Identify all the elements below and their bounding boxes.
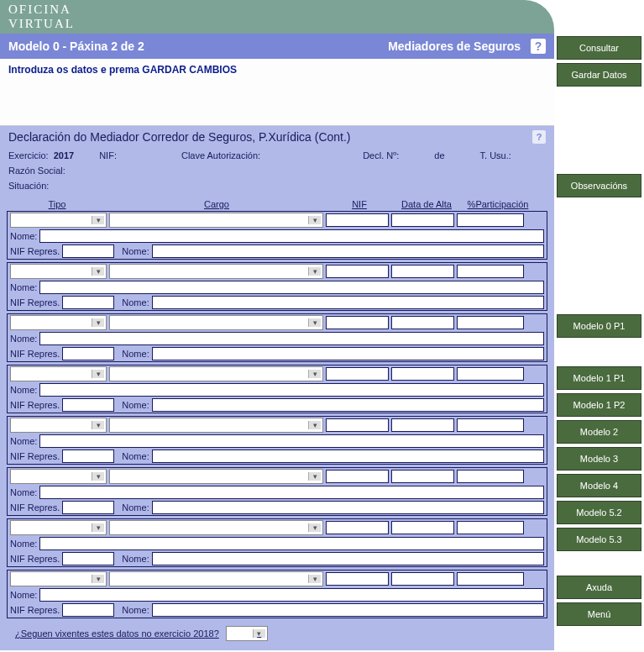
modelo-0-p1-button[interactable]: Modelo 0 P1 (557, 314, 641, 338)
data-alta-input[interactable] (391, 265, 454, 278)
data-alta-input[interactable] (391, 316, 454, 329)
participacion-input[interactable] (457, 265, 524, 278)
tipo-select[interactable] (10, 469, 107, 484)
nif-repres-label: NIF Repres. (10, 554, 60, 564)
nome-input[interactable] (39, 281, 544, 294)
entry-block: Nome:NIF Repres.Nome: (7, 570, 547, 618)
nif-input[interactable] (326, 470, 389, 483)
nif-input[interactable] (326, 418, 389, 432)
participacion-input[interactable] (457, 470, 524, 483)
data-alta-input[interactable] (391, 521, 454, 534)
participacion-input[interactable] (457, 521, 524, 534)
data-alta-input[interactable] (391, 572, 454, 586)
tipo-select[interactable] (10, 264, 107, 279)
tipo-select[interactable] (10, 571, 107, 586)
cargo-select[interactable] (109, 264, 323, 279)
cargo-select[interactable] (109, 469, 323, 484)
cargo-select[interactable] (109, 213, 323, 228)
nome-repres-input[interactable] (152, 501, 544, 514)
cargo-select[interactable] (109, 520, 323, 535)
modelo-5-2-button[interactable]: Modelo 5.2 (557, 501, 641, 524)
nif-repres-input[interactable] (62, 552, 114, 565)
nif-repres-input[interactable] (62, 244, 114, 258)
axuda-button[interactable]: Axuda (557, 576, 641, 599)
cargo-select[interactable] (109, 571, 323, 586)
nome-repres-label: Nome: (122, 502, 149, 513)
tipo-select[interactable] (10, 213, 107, 228)
nif-input[interactable] (326, 265, 389, 278)
meta-row-2: Razón Social: (0, 163, 554, 178)
nome-repres-label: Nome: (122, 297, 149, 308)
help-icon[interactable]: ? (532, 130, 546, 144)
nif-input[interactable] (326, 521, 389, 534)
participacion-input[interactable] (457, 367, 524, 381)
nome-repres-input[interactable] (152, 552, 544, 565)
nome-repres-label: Nome: (122, 451, 149, 461)
consultar-button[interactable]: Consultar (557, 36, 641, 60)
tipo-select[interactable] (10, 315, 107, 330)
nif-input[interactable] (326, 316, 389, 329)
page-subtitle-right: Mediadores de Seguros ? (388, 39, 546, 54)
modelo-1-p2-button[interactable]: Modelo 1 P2 (557, 393, 641, 417)
tipo-select[interactable] (10, 520, 107, 535)
modelo-2-button[interactable]: Modelo 2 (557, 420, 641, 444)
nome-label: Nome: (10, 487, 37, 497)
gardar-datos-button[interactable]: Gardar Datos (557, 63, 641, 87)
footer-select[interactable] (226, 626, 268, 641)
nome-label: Nome: (10, 385, 37, 395)
nome-label: Nome: (10, 231, 37, 241)
nome-repres-input[interactable] (152, 603, 544, 617)
nif-repres-input[interactable] (62, 501, 114, 514)
nome-label: Nome: (10, 436, 37, 446)
data-alta-input[interactable] (391, 213, 454, 227)
tipo-select[interactable] (10, 418, 107, 433)
sidebar: Consultar Gardar Datos Observacións Mode… (554, 0, 644, 650)
nif-repres-input[interactable] (62, 450, 114, 463)
nif-repres-input[interactable] (62, 347, 114, 360)
nif-repres-input[interactable] (62, 296, 114, 309)
data-alta-input[interactable] (391, 367, 454, 381)
tipo-select[interactable] (10, 366, 107, 381)
nome-input[interactable] (39, 486, 544, 499)
nif-repres-input[interactable] (62, 398, 114, 412)
nome-input[interactable] (39, 537, 544, 550)
data-alta-input[interactable] (391, 418, 454, 432)
nif-input[interactable] (326, 572, 389, 586)
nif-input[interactable] (326, 367, 389, 381)
nome-repres-label: Nome: (122, 349, 149, 359)
cargo-select[interactable] (109, 366, 323, 381)
nome-input[interactable] (39, 588, 544, 602)
nome-input[interactable] (39, 434, 544, 448)
data-alta-input[interactable] (391, 470, 454, 483)
modelo-3-button[interactable]: Modelo 3 (557, 447, 641, 471)
modelo-5-3-button[interactable]: Modelo 5.3 (557, 528, 641, 551)
participacion-input[interactable] (457, 316, 524, 329)
nome-input[interactable] (39, 332, 544, 345)
nome-repres-input[interactable] (152, 296, 544, 309)
help-icon[interactable]: ? (531, 39, 546, 54)
nome-repres-label: Nome: (122, 605, 149, 615)
cargo-select[interactable] (109, 315, 323, 330)
column-headers: Tipo Cargo NIF Data de Alta %Participaci… (7, 197, 547, 211)
entry-block: Nome:NIF Repres.Nome: (7, 211, 547, 260)
nome-repres-input[interactable] (152, 244, 544, 258)
cargo-select[interactable] (109, 418, 323, 433)
menu-button[interactable]: Menú (557, 602, 641, 626)
nome-repres-input[interactable] (152, 347, 544, 360)
nif-repres-input[interactable] (62, 603, 114, 617)
observacions-button[interactable]: Observacións (557, 174, 641, 197)
nif-input[interactable] (326, 213, 389, 227)
nome-input[interactable] (39, 383, 544, 397)
nome-repres-input[interactable] (152, 450, 544, 463)
modelo-1-p1-button[interactable]: Modelo 1 P1 (557, 366, 641, 390)
participacion-input[interactable] (457, 572, 524, 586)
participacion-input[interactable] (457, 418, 524, 432)
meta-row-3: Situación: (0, 178, 554, 193)
entry-block: Nome:NIF Repres.Nome: (7, 467, 547, 516)
participacion-input[interactable] (457, 213, 524, 227)
modelo-4-button[interactable]: Modelo 4 (557, 474, 641, 497)
nome-repres-input[interactable] (152, 398, 544, 412)
meta-row-1: Exercicio: 2017 NIF: Clave Autorización:… (0, 148, 554, 163)
nome-input[interactable] (39, 229, 544, 243)
nome-repres-label: Nome: (122, 554, 149, 564)
